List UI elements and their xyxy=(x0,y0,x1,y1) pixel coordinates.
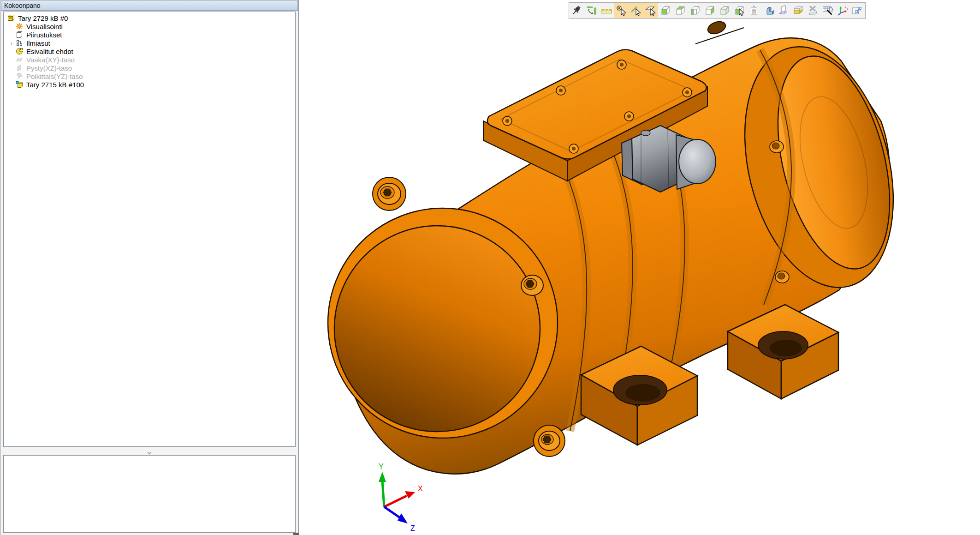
pin-button[interactable] xyxy=(570,3,584,18)
tree-item-ilmiasut[interactable]: ›Ilmiasut xyxy=(4,39,295,47)
bounding-box-icon xyxy=(792,5,804,17)
view-face-front-icon xyxy=(659,5,671,17)
tree-item-label: Visualisointi xyxy=(26,23,63,30)
tree-item-piirustukset[interactable]: Piirustukset xyxy=(4,30,295,39)
shaded-view-button[interactable] xyxy=(717,3,732,18)
select-edge-icon xyxy=(630,5,642,17)
secondary-panel[interactable] xyxy=(3,455,296,533)
assembly-tree: Tary 2729 kB #0VisualisointiPiirustukset… xyxy=(4,12,295,89)
view-face-left-button[interactable] xyxy=(688,3,702,18)
preselected-constraints-icon xyxy=(16,48,23,55)
select-body-icon xyxy=(733,5,745,17)
transfer-view-icon xyxy=(851,5,863,17)
hide-component-icon xyxy=(807,5,819,17)
vibration-motor-3d-model[interactable]: Y X Z xyxy=(299,0,980,535)
assembly-panel: Kokoonpano Tary 2729 kB #0VisualisointiP… xyxy=(0,0,299,535)
tree-item-poikittais-yz-taso[interactable]: Poikittais(YZ)-taso xyxy=(4,72,295,80)
sketch-plane-icon xyxy=(778,5,790,17)
axis-label-y: Y xyxy=(379,463,384,470)
feature-list-button[interactable] xyxy=(747,3,761,18)
orbit-view-button[interactable] xyxy=(584,3,599,18)
assembly-tree-panel[interactable]: Tary 2729 kB #0VisualisointiPiirustukset… xyxy=(3,12,296,447)
tree-item-tary-2729-kb-0[interactable]: Tary 2729 kB #0 xyxy=(4,14,295,22)
assembly-panel-title: Kokoonpano xyxy=(1,0,298,11)
selection-filter-icon xyxy=(822,5,834,17)
configurations-icon xyxy=(16,39,23,47)
tree-item-vaaka-xy-taso[interactable]: Vaaka(XY)-taso xyxy=(4,55,295,64)
selection-filter-button[interactable] xyxy=(820,3,835,18)
select-body-button[interactable] xyxy=(732,3,747,18)
axis-label-z: Z xyxy=(410,524,415,532)
tree-item-label: Pysty(XZ)-taso xyxy=(26,64,72,72)
sketch-plane-button[interactable] xyxy=(776,3,791,18)
view-face-top-icon xyxy=(674,5,686,17)
feature-list-icon xyxy=(748,5,760,17)
select-point-icon xyxy=(615,5,627,17)
coordinate-system-button[interactable] xyxy=(835,3,850,18)
viewport-toolbar xyxy=(569,2,866,19)
tree-item-tary-2715-kb-100[interactable]: Tary 2715 kB #100 xyxy=(4,80,295,89)
plane-xy-icon xyxy=(16,56,23,63)
tree-item-label: Poikittais(YZ)-taso xyxy=(26,72,83,80)
view-face-front-button[interactable] xyxy=(658,3,673,18)
tree-item-label: Piirustukset xyxy=(26,31,62,39)
cad-application-window: Kokoonpano Tary 2729 kB #0VisualisointiP… xyxy=(0,0,980,535)
tree-item-label: Esivalitut ehdot xyxy=(26,48,73,55)
part-model-button[interactable] xyxy=(761,3,776,18)
tree-item-visualisointi[interactable]: Visualisointi xyxy=(4,22,295,30)
chevron-right-icon[interactable]: › xyxy=(7,40,16,47)
axis-triad: Y X Z xyxy=(379,463,423,532)
visualization-icon xyxy=(16,23,23,30)
tree-item-label: Vaaka(XY)-taso xyxy=(26,56,75,64)
select-face-button[interactable] xyxy=(643,3,658,18)
hide-component-button[interactable] xyxy=(806,3,820,18)
measure-button[interactable] xyxy=(599,3,614,18)
chevron-down-icon xyxy=(147,451,152,455)
bounding-box-button[interactable] xyxy=(791,3,806,18)
panel-splitter[interactable] xyxy=(3,449,296,455)
measure-icon xyxy=(600,5,612,17)
select-point-button[interactable] xyxy=(614,3,629,18)
assembly-icon xyxy=(7,14,15,22)
view-face-top-button[interactable] xyxy=(673,3,688,18)
view-face-right-button[interactable] xyxy=(702,3,717,18)
3d-viewport[interactable]: Y X Z xyxy=(299,0,980,535)
pin-icon xyxy=(571,5,583,17)
select-face-icon xyxy=(645,5,657,17)
tree-item-label: Tary 2715 kB #100 xyxy=(26,81,84,89)
plane-xz-icon xyxy=(16,64,23,72)
part-model-icon xyxy=(763,5,775,17)
view-face-right-icon xyxy=(704,5,716,17)
shaded-view-icon xyxy=(719,5,731,17)
plane-yz-icon xyxy=(16,72,23,80)
coordinate-system-icon xyxy=(837,5,849,17)
transfer-view-button[interactable] xyxy=(850,3,865,18)
select-edge-button[interactable] xyxy=(629,3,643,18)
view-face-left-icon xyxy=(689,5,701,17)
tree-item-esivalitut-ehdot[interactable]: Esivalitut ehdot xyxy=(4,47,295,55)
tree-item-label: Ilmiasut xyxy=(26,39,50,47)
axis-label-x: X xyxy=(418,485,423,493)
tree-item-label: Tary 2729 kB #0 xyxy=(18,14,68,22)
drawings-icon xyxy=(16,31,23,38)
tree-item-pysty-xz-taso[interactable]: Pysty(XZ)-taso xyxy=(4,64,295,72)
lifting-hole xyxy=(706,19,727,36)
part-icon xyxy=(16,81,23,88)
orbit-view-icon xyxy=(586,5,598,17)
